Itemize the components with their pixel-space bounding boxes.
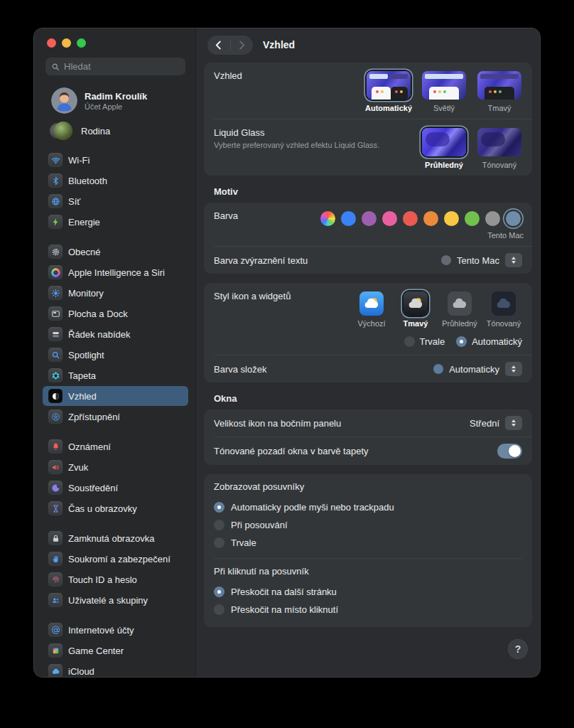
sidebar-item-accessibility[interactable]: Zpřístupnění xyxy=(43,407,188,427)
scrollbar-option-when-scrolling[interactable]: Při posouvání xyxy=(214,516,522,534)
sidebar-item-wifi[interactable]: Wi-Fi xyxy=(43,150,188,170)
sidebar-item-label: Obecné xyxy=(68,247,101,257)
sidebar-item-privacy[interactable]: Soukromí a zabezpečení xyxy=(43,549,188,569)
speaker-icon xyxy=(48,460,63,474)
sidebar-icon-size-popup-button[interactable] xyxy=(505,416,522,430)
forward-button[interactable] xyxy=(231,36,254,55)
sidebar-item-desktop-dock[interactable]: Plocha a Dock xyxy=(43,304,188,323)
appearance-option-automatic[interactable]: Automatický xyxy=(366,69,411,112)
sidebar-item-menubar[interactable]: Řádek nabídek xyxy=(43,324,188,344)
appearance-thumb-light xyxy=(422,71,466,100)
help-button[interactable]: ? xyxy=(508,639,528,659)
sidebar-item-label: iCloud xyxy=(68,666,94,677)
radio-when-scrolling[interactable] xyxy=(214,520,224,530)
icon-style-option-default[interactable]: Výchozí xyxy=(353,289,390,328)
icon-style-mode-automatic[interactable]: Automatický xyxy=(456,336,522,347)
swatch-green[interactable] xyxy=(465,211,480,226)
sidebar-item-lockscreen[interactable]: Zamknutá obrazovka xyxy=(43,528,188,548)
sidebar-item-focus[interactable]: Soustředění xyxy=(43,478,188,498)
sidebar-item-label: Zpřístupnění xyxy=(68,412,120,422)
sidebar-item-icloud[interactable]: iCloud xyxy=(43,661,188,677)
icon-style-mode-always[interactable]: Trvale xyxy=(404,336,445,347)
sidebar-item-label: Monitory xyxy=(68,288,104,299)
sidebar-item-label: Vzhled xyxy=(68,391,97,402)
sidebar-item-internet-accounts[interactable]: Internetové účty xyxy=(43,620,188,640)
sidebar-item-label: Soustředění xyxy=(68,483,118,493)
swatch-purple[interactable] xyxy=(362,211,377,226)
sidebar-item-displays[interactable]: Monitory xyxy=(43,283,188,303)
swatch-pink[interactable] xyxy=(382,211,397,226)
sidebar-item-network[interactable]: Síť xyxy=(43,191,188,211)
folder-color-popup-button[interactable] xyxy=(505,362,522,376)
family-label: Rodina xyxy=(81,126,110,136)
sidebar-item-label: Touch ID a heslo xyxy=(68,574,137,585)
zoom-button[interactable] xyxy=(77,38,86,48)
radio-always[interactable] xyxy=(214,537,224,548)
sidebar-item-wallpaper[interactable]: Tapeta xyxy=(43,365,188,385)
close-button[interactable] xyxy=(47,38,56,48)
scrollbar-option-always[interactable]: Trvale xyxy=(214,534,522,552)
option-caption: Automatický xyxy=(365,104,412,112)
liquid-glass-option-tinted[interactable]: Tónovaný xyxy=(477,126,522,169)
lock-icon xyxy=(48,531,63,545)
sidebar-item-touchid[interactable]: Touch ID a heslo xyxy=(43,569,188,589)
sidebar-item-apple-intelligence[interactable]: Apple Intelligence a Siri xyxy=(43,262,188,282)
accessibility-icon xyxy=(48,410,63,424)
option-caption: Světlý xyxy=(433,104,455,112)
sidebar-item-gamecenter[interactable]: Game Center xyxy=(43,641,188,660)
appearance-option-dark[interactable]: Tmavý xyxy=(477,69,522,112)
scrollbar-option-automatic[interactable]: Automaticky podle myši nebo trackpadu xyxy=(214,498,522,516)
family-avatar xyxy=(54,122,72,140)
swatch-gray[interactable] xyxy=(485,211,500,226)
sidebar-icon-size-value: Střední xyxy=(470,418,499,429)
swatch-multicolor[interactable] xyxy=(320,211,335,226)
folder-color-label: Barva složek xyxy=(214,364,266,375)
sidebar-item-sound[interactable]: Zvuk xyxy=(43,457,188,477)
show-scrollbars-label: Zobrazovat posuvníky xyxy=(214,481,522,492)
radio-jump-to-spot[interactable] xyxy=(214,604,224,615)
radio-automaticky[interactable] xyxy=(456,336,467,347)
back-button[interactable] xyxy=(207,36,230,55)
page-title: Vzhled xyxy=(263,39,295,50)
section-title-okna: Okna xyxy=(214,393,532,404)
sidebar-item-users-groups[interactable]: Uživatelé a skupiny xyxy=(43,590,188,610)
icon-style-option-dark[interactable]: Tmavý xyxy=(397,289,434,328)
swatch-orange[interactable] xyxy=(423,211,438,226)
sidebar-item-energy[interactable]: Energie xyxy=(43,212,188,232)
sidebar-item-label: Oznámení xyxy=(68,441,111,452)
icon-style-option-tinted[interactable]: Tónovaný xyxy=(485,289,522,328)
radio-trvale[interactable] xyxy=(404,336,415,347)
appearance-thumb-dark xyxy=(477,71,521,100)
swatch-tento-mac[interactable] xyxy=(506,211,521,226)
weather-icon-transparent xyxy=(448,291,472,316)
highlight-popup-button[interactable] xyxy=(505,253,522,267)
sidebar-item-spotlight[interactable]: Spotlight xyxy=(43,345,188,365)
scrollbar-click-next-page[interactable]: Přeskočit na další stránku xyxy=(214,583,522,601)
liquid-glass-option-transparent[interactable]: Průhledný xyxy=(421,126,467,169)
icon-style-card: Styl ikon a widgetů Výchozí Tmavý xyxy=(204,283,532,382)
swatch-blue[interactable] xyxy=(341,211,356,226)
motiv-card: Barva xyxy=(204,203,532,274)
radio-jump-next-page[interactable] xyxy=(214,587,224,597)
tinted-background-toggle[interactable] xyxy=(497,444,522,459)
moon-icon xyxy=(48,481,63,495)
option-caption: Průhledný xyxy=(442,319,477,328)
search-input[interactable]: Hledat xyxy=(45,58,185,75)
sidebar-item-appearance[interactable]: Vzhled xyxy=(43,386,188,406)
sidebar-item-notifications[interactable]: Oznámení xyxy=(43,437,188,456)
apple-account-item[interactable]: Radim Kroulík Účet Apple xyxy=(34,84,195,117)
option-caption: Výchozí xyxy=(357,319,385,328)
scrollbar-click-spot[interactable]: Přeskočit na místo kliknutí xyxy=(214,601,522,619)
sidebar-item-screentime[interactable]: Čas u obrazovky xyxy=(43,498,188,518)
swatch-red[interactable] xyxy=(403,211,418,226)
radio-auto-mouse-trackpad[interactable] xyxy=(214,502,224,513)
radio-label: Trvale xyxy=(420,336,445,347)
appearance-card: Vzhled Automatický xyxy=(204,63,532,176)
sidebar-item-bluetooth[interactable]: Bluetooth xyxy=(43,171,188,191)
sidebar-item-general[interactable]: Obecné xyxy=(43,242,188,262)
icon-style-option-transparent[interactable]: Průhledný xyxy=(441,289,478,328)
minimize-button[interactable] xyxy=(62,38,71,48)
swatch-yellow[interactable] xyxy=(444,211,459,226)
appearance-option-light[interactable]: Světlý xyxy=(421,69,467,112)
family-item[interactable]: Rodina xyxy=(34,117,195,144)
